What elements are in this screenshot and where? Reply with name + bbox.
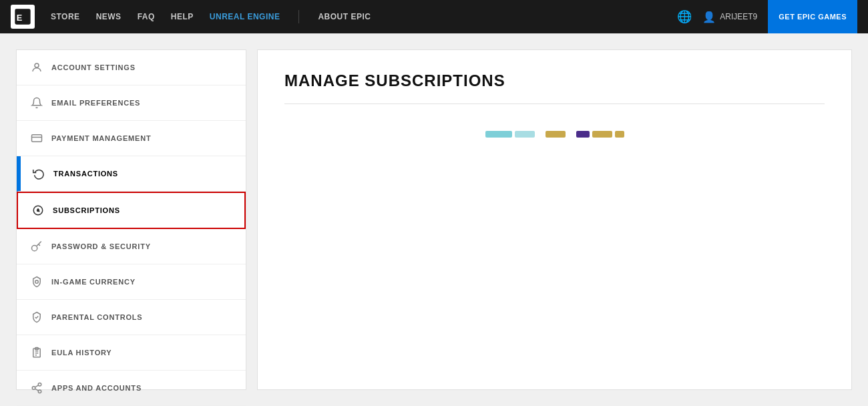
svg-line-14: [35, 385, 38, 387]
nav-store[interactable]: STORE: [51, 12, 80, 21]
nav-divider: [298, 10, 299, 23]
sidebar-item-transactions[interactable]: TRANSACTIONS: [17, 156, 246, 192]
page-title: MANAGE SUBSCRIPTIONS: [284, 71, 825, 90]
sidebar-item-apps-and-accounts[interactable]: APPS AND ACCOUNTS: [17, 371, 246, 406]
subscriptions-icon: [31, 204, 45, 217]
sidebar-eula-history-label: EULA HISTORY: [51, 349, 112, 357]
svg-line-13: [35, 389, 38, 391]
shield-icon: [30, 311, 43, 324]
sidebar-item-eula-history[interactable]: EULA HISTORY: [17, 335, 246, 371]
history-icon: [32, 167, 45, 180]
user-icon: [30, 61, 43, 74]
loading-bar-6: [615, 131, 624, 138]
loading-bar-4: [576, 131, 590, 138]
epic-games-logo[interactable]: E: [11, 5, 35, 29]
svg-rect-3: [32, 135, 42, 142]
loading-bar-group-3: [576, 131, 624, 138]
svg-point-6: [32, 246, 37, 251]
sidebar-email-preferences-label: EMAIL PREFERENCES: [51, 99, 140, 107]
sidebar: ACCOUNT SETTINGS EMAIL PREFERENCES PAYME…: [16, 49, 246, 390]
nav-links: STORE NEWS FAQ HELP UNREAL ENGINE ABOUT …: [51, 10, 661, 23]
wallet-icon: [30, 132, 43, 145]
main-content: MANAGE SUBSCRIPTIONS: [257, 49, 852, 390]
loading-indicator: [284, 131, 825, 138]
nav-faq[interactable]: FAQ: [138, 12, 155, 21]
sidebar-item-in-game-currency[interactable]: IN-GAME CURRENCY: [17, 264, 246, 300]
shield-gear-icon: [30, 275, 43, 288]
sidebar-item-email-preferences[interactable]: EMAIL PREFERENCES: [17, 85, 246, 121]
title-divider: [284, 104, 825, 104]
sidebar-password-security-label: PASSWORD & SECURITY: [51, 242, 151, 250]
top-navigation: E STORE NEWS FAQ HELP UNREAL ENGINE ABOU…: [0, 0, 868, 33]
share-icon: [30, 381, 43, 395]
svg-point-7: [35, 280, 39, 284]
sidebar-item-password-security[interactable]: PASSWORD & SECURITY: [17, 229, 246, 264]
sidebar-item-subscriptions[interactable]: SUBSCRIPTIONS: [17, 192, 246, 229]
svg-text:E: E: [17, 13, 23, 23]
sidebar-item-account-settings[interactable]: ACCOUNT SETTINGS: [17, 50, 246, 85]
sidebar-account-settings-label: ACCOUNT SETTINGS: [51, 63, 136, 71]
svg-point-10: [38, 383, 41, 387]
nav-unreal-engine[interactable]: UNREAL ENGINE: [210, 12, 280, 21]
nav-about-epic[interactable]: ABOUT EPIC: [318, 12, 371, 21]
sidebar-in-game-currency-label: IN-GAME CURRENCY: [51, 278, 136, 286]
sidebar-parental-controls-label: PARENTAL CONTROLS: [51, 313, 142, 321]
language-icon[interactable]: 🌐: [677, 9, 692, 24]
nav-news[interactable]: NEWS: [96, 12, 122, 21]
loading-bar-1: [485, 131, 512, 138]
username-label: ARIJEET9: [720, 12, 757, 21]
clipboard-icon: [30, 346, 43, 359]
active-indicator: [19, 156, 21, 191]
nav-help[interactable]: HELP: [171, 12, 194, 21]
page-layout: ACCOUNT SETTINGS EMAIL PREFERENCES PAYME…: [0, 33, 868, 406]
key-icon: [30, 240, 43, 253]
svg-point-11: [32, 387, 35, 390]
sidebar-payment-management-label: PAYMENT MANAGEMENT: [51, 134, 151, 142]
loading-bar-2: [515, 131, 535, 138]
nav-right: 🌐 👤 ARIJEET9 GET EPIC GAMES: [677, 0, 857, 33]
svg-point-12: [38, 390, 41, 393]
user-section[interactable]: 👤 ARIJEET9: [702, 11, 757, 23]
sidebar-item-parental-controls[interactable]: PARENTAL CONTROLS: [17, 300, 246, 335]
svg-point-2: [35, 63, 39, 67]
user-avatar-icon: 👤: [702, 11, 716, 23]
sidebar-transactions-label: TRANSACTIONS: [53, 170, 118, 178]
bell-icon: [30, 96, 43, 110]
loading-bar-3: [546, 131, 566, 138]
loading-bar-5: [592, 131, 612, 138]
sidebar-subscriptions-label: SUBSCRIPTIONS: [53, 206, 120, 214]
get-epic-button[interactable]: GET EPIC GAMES: [768, 0, 857, 33]
sidebar-apps-and-accounts-label: APPS AND ACCOUNTS: [51, 384, 142, 392]
svg-point-5: [37, 209, 40, 212]
sidebar-item-payment-management[interactable]: PAYMENT MANAGEMENT: [17, 121, 246, 156]
loading-bar-group-2: [546, 131, 566, 138]
loading-bar-group-1: [485, 131, 535, 138]
